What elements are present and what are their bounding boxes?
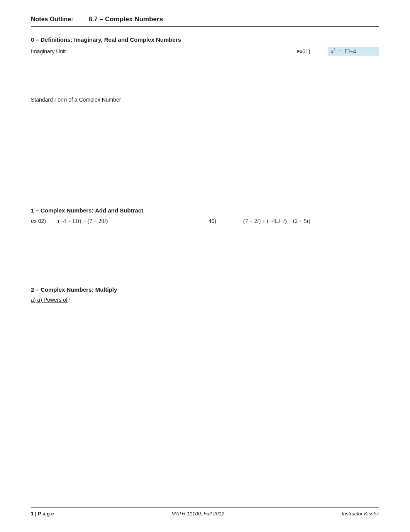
ex02-block: ex 02) (−4 + 11i) − (7 − 20i) bbox=[31, 218, 208, 224]
ex02-expr: (−4 + 11i) − (7 − 20i) bbox=[58, 218, 108, 224]
header-label: Notes Outline: bbox=[31, 16, 73, 23]
imaginary-unit-label: Imaginary Unit bbox=[31, 48, 108, 54]
section-1: 1 – Complex Numbers: Add and Subtract ex… bbox=[31, 207, 379, 224]
header-title: 8.7 – Complex Numbers bbox=[88, 15, 163, 23]
spacer2 bbox=[31, 134, 379, 165]
page-header: Notes Outline: 8.7 – Complex Numbers bbox=[31, 15, 379, 27]
ex40-block: 40) (7 + 2i) + (−4☐−i) − (2 + 5i) bbox=[208, 218, 310, 224]
page: Notes Outline: 8.7 – Complex Numbers 0 –… bbox=[0, 0, 410, 532]
section-0: 0 – Definitions: Imaginary, Real and Com… bbox=[31, 36, 379, 103]
footer-course: MATH 11100, Fall 2012 bbox=[171, 511, 224, 517]
section-2: 2 – Complex Numbers: Multiply a) a) Powe… bbox=[31, 286, 379, 303]
section-0-title: 0 – Definitions: Imaginary, Real and Com… bbox=[31, 36, 379, 43]
spacer5 bbox=[31, 255, 379, 271]
footer-page-number: 1 | P a g e bbox=[31, 511, 54, 517]
standard-form-label: Standard Form of a Complex Number bbox=[31, 97, 379, 103]
ex02-label: ex 02) bbox=[31, 218, 54, 224]
section-1-title: 1 – Complex Numbers: Add and Subtract bbox=[31, 207, 379, 214]
page-footer: 1 | P a g e MATH 11100, Fall 2012 Instru… bbox=[31, 507, 379, 517]
powers-label: a) a) Powers of bbox=[31, 297, 68, 303]
section-2-title: 2 – Complex Numbers: Multiply bbox=[31, 286, 379, 293]
footer-instructor: Instructor Kissler bbox=[342, 511, 379, 517]
ex01-expr: x2 = ☐−4 bbox=[328, 47, 379, 56]
powers-i: i bbox=[69, 296, 71, 301]
ex40-expr: (7 + 2i) + (−4☐−i) − (2 + 5i) bbox=[243, 218, 310, 224]
spacer1 bbox=[31, 59, 379, 90]
imaginary-unit-row: Imaginary Unit ex01) x2 = ☐−4 bbox=[31, 47, 379, 56]
spacer4 bbox=[31, 224, 379, 255]
powers-line: a) a) Powers of i bbox=[31, 297, 379, 303]
section-1-examples: ex 02) (−4 + 11i) − (7 − 20i) 40) (7 + 2… bbox=[31, 218, 379, 224]
ex01-label: ex01) bbox=[297, 48, 320, 54]
spacer3 bbox=[31, 165, 379, 195]
ex40-label: 40) bbox=[208, 218, 232, 224]
